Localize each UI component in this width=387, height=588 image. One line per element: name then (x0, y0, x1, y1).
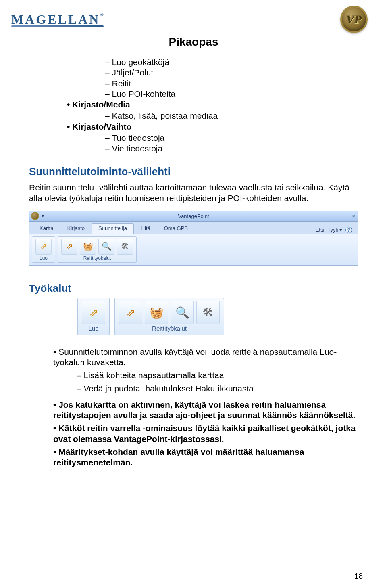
treasure-chest-icon[interactable]: 🧺 (80, 239, 96, 255)
tab-oma-gps[interactable]: Oma GPS (157, 223, 195, 233)
list-item: Suunnittelutoiminnon avulla käyttäjä voi… (53, 347, 358, 368)
list-item: Vie tiedostoja (105, 143, 358, 154)
magnifier-icon[interactable]: 🔍 (98, 239, 114, 255)
tab-suunnittelija[interactable]: Suunnittelija (92, 223, 134, 233)
section-heading-tyokalut: Työkalut (29, 282, 358, 295)
tool-group-reittityokalut: ⇗ 🧺 🔍 🛠 Reittityökalut (114, 298, 224, 335)
tools-icon[interactable]: 🛠 (196, 301, 220, 324)
quick-access-toolbar: ▾ (31, 212, 44, 220)
magnifier-icon[interactable]: 🔍 (171, 301, 194, 324)
list-item: Jos katukartta on aktiivinen, käyttäjä v… (53, 400, 358, 421)
page-header: MAGELLAN® VP (0, 0, 387, 36)
tab-liita[interactable]: Liitä (134, 223, 157, 233)
doc-title: Pikaopas (0, 36, 387, 48)
route-icon[interactable]: ⇗ (82, 301, 105, 324)
list-item: Määritykset-kohdan avulla käyttäjä voi m… (53, 447, 358, 468)
window-close-button[interactable]: ✕ (352, 213, 355, 219)
tab-tyyli[interactable]: Tyyli ▾ (327, 227, 342, 233)
list-item: Luo geokätköjä (105, 57, 358, 67)
window-minimize-button[interactable]: — (336, 213, 339, 219)
tab-etsi[interactable]: Etsi (316, 227, 325, 233)
qat-dropdown-icon[interactable]: ▾ (42, 213, 44, 219)
ribbon-body: ⇗ Luo ⇗ 🧺 🔍 🛠 Reittityökalut (29, 234, 358, 265)
ribbon-tabs: Kartta Kirjasto Suunnittelija Liitä Oma … (29, 222, 358, 234)
list-item: Tuo tiedostoja (105, 133, 358, 143)
route-plus-icon[interactable]: ⇗ (119, 301, 142, 324)
vantagepoint-ribbon: ▾ VantagePoint — ▭ ✕ Kartta Kirjasto Suu… (29, 211, 358, 265)
vp-badge-text: VP (346, 13, 362, 26)
ribbon-group-luo: ⇗ Luo (32, 236, 55, 263)
group-label: Luo (40, 255, 48, 262)
window-maximize-button[interactable]: ▭ (344, 213, 347, 219)
ribbon-titlebar: ▾ VantagePoint — ▭ ✕ (29, 211, 358, 222)
route-plus-icon[interactable]: ⇗ (61, 239, 77, 255)
list-item: Katso, lisää, poistaa mediaa (105, 111, 358, 121)
list-item: Lisää kohteita napsauttamalla karttaa (77, 370, 358, 381)
tool-groups-preview: ⇗ Luo ⇗ 🧺 🔍 🛠 Reittityökalut (77, 298, 358, 335)
list-item: Luo POI-kohteita (105, 89, 358, 99)
tab-kartta[interactable]: Kartta (33, 223, 60, 233)
list-item: Jäljet/Polut (105, 67, 358, 78)
top-bullet-list-2: Kirjasto/Vaihto (67, 121, 358, 132)
top-dash-list: Luo geokätköjä Jäljet/Polut Reitit Luo P… (105, 57, 358, 99)
lower-bullet-1: Suunnittelutoiminnon avulla käyttäjä voi… (53, 347, 358, 368)
tool-group-luo: ⇗ Luo (77, 298, 110, 335)
brand-text: MAGELLAN (11, 12, 100, 27)
tools-icon[interactable]: 🛠 (117, 239, 133, 255)
title-rule (18, 51, 369, 51)
list-item: Kirjasto/Vaihto (67, 121, 358, 132)
sub-dash-list: Katso, lisää, poistaa mediaa (105, 111, 358, 121)
group-label: Luo (88, 325, 98, 333)
group-label: Reittityökalut (152, 325, 187, 333)
sub-dash-list-2: Tuo tiedostoja Vie tiedostoja (105, 133, 358, 154)
list-item: Kätköt reitin varrella -ominaisuus löytä… (53, 423, 358, 444)
list-item: Reitit (105, 78, 358, 89)
page-number: 18 (354, 572, 363, 581)
help-icon[interactable]: ? (345, 227, 352, 233)
lower-bold-list: Jos katukartta on aktiivinen, käyttäjä v… (53, 400, 358, 468)
chevron-down-icon: ▾ (339, 227, 342, 233)
ribbon-group-reittityokalut: ⇗ 🧺 🔍 🛠 Reittityökalut (58, 236, 137, 263)
list-item: Kirjasto/Media (67, 99, 358, 110)
magellan-logo: MAGELLAN® (11, 12, 104, 27)
app-title: VantagePoint (178, 213, 209, 220)
route-icon[interactable]: ⇗ (35, 239, 52, 255)
vp-badge: VP (340, 6, 368, 33)
lower-b1-sub: Lisää kohteita napsauttamalla karttaa Ve… (77, 370, 358, 394)
top-bullet-list: Kirjasto/Media (67, 99, 358, 110)
list-item: Vedä ja pudota -hakutulokset Haku-ikkuna… (77, 383, 358, 394)
section1-para: Reitin suunnittelu -välilehti auttaa kar… (29, 182, 358, 204)
brand-reg: ® (100, 12, 103, 17)
app-icon[interactable] (31, 212, 39, 220)
group-label: Reittityökalut (83, 255, 111, 262)
tab-kirjasto[interactable]: Kirjasto (60, 223, 92, 233)
treasure-chest-icon[interactable]: 🧺 (145, 301, 168, 324)
section-heading-suunnittelu: Suunnittelutoiminto-välilehti (29, 165, 358, 178)
